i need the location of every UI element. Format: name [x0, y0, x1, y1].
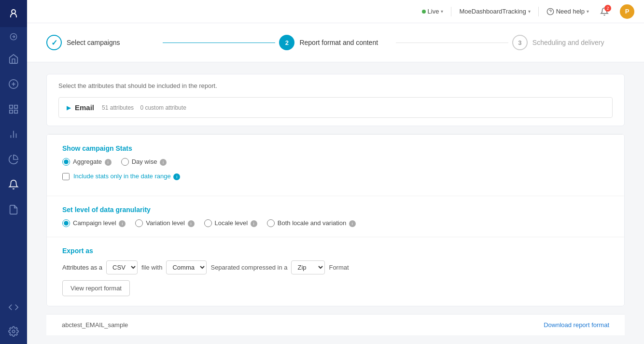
both-level-label: Both locale and variation i	[278, 219, 356, 227]
attributes-card: Select the attributes that should be inc…	[46, 74, 625, 126]
aggregate-label: Aggregate i	[73, 158, 112, 166]
date-range-info-icon[interactable]: i	[173, 173, 180, 180]
custom-count-text: 0 custom attribute	[140, 104, 186, 111]
granularity-section: Set level of data granularity Campaign l…	[47, 196, 624, 237]
content-area: Select the attributes that should be inc…	[27, 62, 644, 344]
daywise-label: Day wise i	[132, 158, 167, 166]
live-dot	[422, 10, 426, 14]
email-label: Email	[75, 103, 94, 112]
topbar: Live ▾ MoeDashboardTracking ▾ Need help …	[27, 0, 644, 23]
sidebar-item-analytics[interactable]	[0, 123, 27, 146]
aggregate-radio[interactable]	[62, 158, 70, 166]
svg-rect-8	[14, 110, 17, 113]
live-chevron: ▾	[441, 9, 443, 14]
sidebar-logo	[0, 0, 27, 27]
file-with-label: file with	[141, 264, 162, 271]
sidebar-bottom	[0, 295, 27, 344]
daywise-info-icon[interactable]: i	[160, 159, 167, 166]
granularity-title: Set level of data granularity	[62, 206, 609, 214]
sidebar-item-home[interactable]	[0, 47, 27, 71]
help-chevron: ▾	[587, 9, 589, 14]
help-label: Need help	[556, 8, 585, 15]
step-connector-1	[163, 43, 275, 43]
campaign-level-option[interactable]: Campaign level i	[62, 219, 126, 227]
attr-count-text: 51 attributes	[102, 104, 134, 111]
sidebar-item-pie[interactable]	[0, 148, 27, 171]
export-title: Export as	[62, 247, 609, 255]
aggregate-option[interactable]: Aggregate i	[62, 158, 112, 166]
sidebar-item-settings[interactable]	[0, 320, 27, 343]
both-level-info-icon[interactable]: i	[349, 220, 356, 227]
step2-label: Report format and content	[299, 39, 378, 46]
notification-badge: 2	[604, 5, 611, 12]
download-link[interactable]: Download report format	[544, 321, 609, 329]
bottom-bar: abctest_EMAIL_sample Download report for…	[46, 314, 625, 335]
notification-button[interactable]: 2	[597, 4, 612, 19]
campaign-level-radio[interactable]	[62, 219, 70, 227]
avatar[interactable]: P	[620, 4, 634, 19]
attributes-intro: Select the attributes that should be inc…	[47, 74, 624, 93]
sidebar	[0, 0, 27, 344]
both-level-option[interactable]: Both locale and variation i	[267, 219, 356, 227]
separated-label: Separated compressed in a	[210, 264, 287, 271]
locale-level-label: Locale level i	[215, 219, 257, 227]
separator-select[interactable]: Comma Tab Pipe	[166, 260, 207, 274]
step-3: 3 Scheduling and delivery	[512, 35, 625, 50]
svg-rect-9	[10, 110, 13, 113]
topbar-divider-2	[538, 7, 539, 16]
main-content: ✓ Select campaigns 2 Report format and c…	[27, 0, 644, 344]
variation-level-option[interactable]: Variation level i	[135, 219, 194, 227]
expand-arrow-icon[interactable]: ▶	[67, 104, 71, 111]
step3-circle: 3	[512, 35, 528, 50]
sidebar-item-add[interactable]	[0, 72, 27, 96]
compression-select[interactable]: Zip None	[291, 260, 325, 274]
date-range-checkbox-item[interactable]: Include stats only in the date range i	[62, 172, 609, 180]
workspace-label: MoeDashboardTracking	[459, 8, 526, 15]
live-status[interactable]: Live ▾	[422, 8, 444, 15]
date-range-checkbox[interactable]	[62, 173, 70, 180]
campaign-stats-section: Show campaign Stats Aggregate i Day wise	[47, 134, 624, 196]
svg-rect-6	[10, 105, 13, 108]
campaign-level-info-icon[interactable]: i	[119, 220, 126, 227]
live-label: Live	[428, 8, 439, 15]
svg-rect-7	[14, 105, 17, 108]
variation-level-label: Variation level i	[146, 219, 194, 227]
both-level-radio[interactable]	[267, 219, 275, 227]
export-section: Export as Attributes as a CSV TSV file w…	[47, 237, 624, 306]
sidebar-expand-btn[interactable]	[0, 27, 27, 46]
aggregate-info-icon[interactable]: i	[105, 159, 112, 166]
help-icon	[546, 8, 554, 15]
options-card: Show campaign Stats Aggregate i Day wise	[46, 134, 625, 306]
daywise-radio[interactable]	[121, 158, 129, 166]
workspace-selector[interactable]: MoeDashboardTracking ▾	[459, 8, 530, 15]
date-range-label: Include stats only in the date range i	[73, 172, 180, 180]
daywise-option[interactable]: Day wise i	[121, 158, 167, 166]
variation-level-info-icon[interactable]: i	[188, 220, 195, 227]
date-range-row: Include stats only in the date range i	[62, 172, 609, 180]
locale-level-option[interactable]: Locale level i	[204, 219, 257, 227]
variation-level-radio[interactable]	[135, 219, 143, 227]
filename-label: abctest_EMAIL_sample	[62, 321, 128, 329]
help-menu[interactable]: Need help ▾	[546, 8, 589, 15]
view-report-button[interactable]: View report format	[62, 280, 130, 296]
campaign-level-label: Campaign level i	[73, 219, 126, 227]
attributes-as-label: Attributes as a	[62, 264, 102, 271]
step-connector-2	[396, 43, 508, 43]
email-row: ▶ Email 51 attributes 0 custom attribute	[58, 97, 613, 118]
locale-level-info-icon[interactable]: i	[251, 220, 257, 227]
sidebar-item-document[interactable]	[0, 198, 27, 221]
topbar-divider-1	[451, 7, 451, 16]
svg-point-0	[12, 10, 15, 14]
step1-circle: ✓	[46, 35, 62, 50]
sidebar-item-code[interactable]	[0, 296, 27, 319]
step1-check-icon: ✓	[51, 38, 57, 47]
step-2: 2 Report format and content	[279, 35, 392, 50]
granularity-radio-group: Campaign level i Variation level i	[62, 219, 609, 227]
locale-level-radio[interactable]	[204, 219, 212, 227]
sidebar-item-grid[interactable]	[0, 98, 27, 121]
format-select[interactable]: CSV TSV	[106, 260, 138, 274]
stats-radio-group: Aggregate i Day wise i	[62, 158, 609, 166]
sidebar-item-campaign[interactable]	[0, 173, 27, 196]
step2-circle: 2	[279, 35, 294, 50]
svg-point-13	[12, 330, 15, 333]
